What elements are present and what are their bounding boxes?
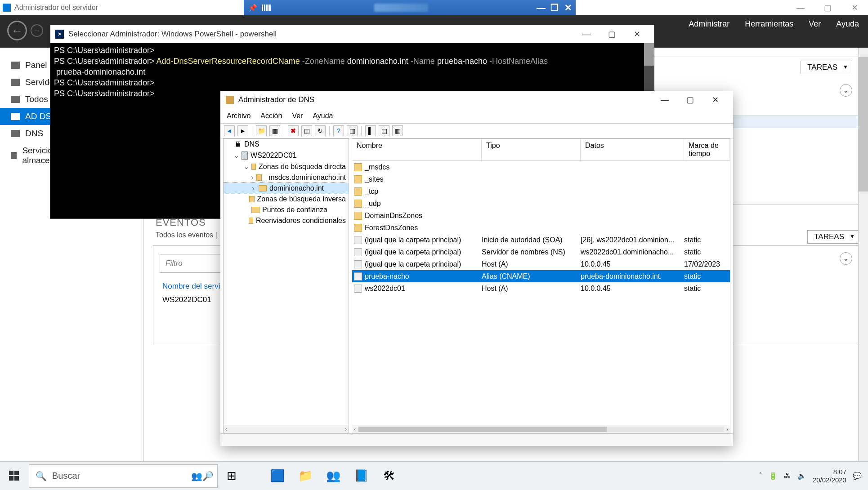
task-view-button[interactable]: ⊞ — [218, 462, 246, 490]
tree-hscrollbar[interactable]: ‹› — [224, 425, 349, 433]
folder-icon — [256, 174, 262, 181]
dns-maximize-button[interactable]: ▢ — [677, 91, 702, 109]
storage-icon — [11, 152, 17, 159]
tray-volume-icon[interactable]: 🔈 — [797, 472, 806, 480]
dns-minimize-button[interactable]: — — [652, 91, 677, 109]
dns-menu-ver[interactable]: Ver — [292, 112, 303, 120]
ps-scrollbar-thumb[interactable] — [644, 43, 654, 66]
toolbar-refresh-icon[interactable]: ↻ — [315, 125, 326, 136]
col-marca[interactable]: Marca de tiempo — [684, 139, 730, 160]
events-tasks-dropdown[interactable]: TAREAS ▼ — [807, 230, 859, 244]
menu-administrar[interactable]: Administrar — [689, 19, 729, 29]
dns-record-list: Nombre Tipo Datos Marca de tiempo _msdcs… — [352, 138, 730, 433]
list-row[interactable]: _udp — [352, 197, 730, 209]
taskbar-app-tools[interactable]: 🛠 — [375, 462, 403, 490]
toolbar-list3-icon[interactable]: ▦ — [392, 125, 403, 136]
tray-network-icon[interactable]: 🖧 — [784, 472, 791, 480]
nav-forward-button[interactable]: → — [31, 24, 43, 37]
tray-battery-icon[interactable]: 🔋 — [769, 472, 778, 480]
toolbar-delete-icon[interactable]: ✖ — [288, 125, 299, 136]
folder-icon — [354, 224, 362, 232]
tree-zone-msdcs[interactable]: › _msdcs.dominionacho.int — [224, 172, 349, 183]
content-scrollbar[interactable] — [858, 48, 868, 461]
dns-titlebar[interactable]: Administrador de DNS — ▢ ✕ — [220, 91, 733, 109]
col-nombre[interactable]: Nombre — [352, 139, 482, 160]
dns-tree[interactable]: 🖥 DNS ⌄ WS2022DC01 ⌄ Zonas de búsqueda d… — [223, 138, 349, 433]
dns-app-icon — [226, 96, 234, 104]
taskbar-search[interactable]: 🔍 Buscar 👥🔎 — [29, 464, 218, 488]
powershell-titlebar[interactable]: > Seleccionar Administrador: Windows Pow… — [50, 25, 654, 43]
events-collapse-button[interactable]: ⌄ — [840, 252, 852, 265]
tree-zone-dominionacho[interactable]: › dominionacho.int — [224, 183, 349, 194]
taskbar-app-teams[interactable]: 👥 — [319, 462, 347, 490]
list-row[interactable]: _tcp — [352, 185, 730, 197]
taskbar-app-edge[interactable]: 🟦 — [264, 462, 291, 490]
tree-root[interactable]: 🖥 DNS — [224, 139, 349, 150]
ps-minimize-button[interactable]: — — [574, 25, 599, 43]
list-row[interactable]: _sites — [352, 173, 730, 185]
list-row[interactable]: (igual que la carpeta principal)Servidor… — [352, 246, 730, 258]
tree-reverse-zones[interactable]: Zonas de búsqueda inversa — [224, 194, 349, 205]
collapse-button[interactable]: ⌄ — [840, 84, 852, 97]
toolbar-properties-icon[interactable]: ▤ — [301, 125, 312, 136]
dns-menu-accion[interactable]: Acción — [260, 112, 282, 120]
tray-clock[interactable]: 8:07 20/02/2023 — [813, 468, 846, 484]
tree-forward-zones[interactable]: ⌄ Zonas de búsqueda directa — [224, 161, 349, 172]
start-button[interactable] — [0, 462, 29, 490]
list-row[interactable]: DomainDnsZones — [352, 209, 730, 222]
list-row[interactable]: ws2022dc01Host (A)10.0.0.45static — [352, 282, 730, 294]
list-hscrollbar[interactable]: ‹› — [352, 425, 730, 433]
toolbar-show-hide-icon[interactable]: ▦ — [269, 125, 280, 136]
cell-nombre: ws2022dc01 — [365, 285, 482, 293]
tree-conditional-forwarders[interactable]: Reenviadores condicionales — [224, 215, 349, 226]
scrollbar-thumb[interactable] — [859, 57, 868, 192]
vm-close-button[interactable]: ✕ — [563, 3, 573, 13]
menu-ayuda[interactable]: Ayuda — [836, 19, 859, 29]
dns-close-button[interactable]: ✕ — [702, 91, 728, 109]
cell-nombre: (igual que la carpeta principal) — [365, 248, 482, 256]
col-datos[interactable]: Datos — [581, 139, 684, 160]
dns-menu-archivo[interactable]: Archivo — [227, 112, 251, 120]
ps-maximize-button[interactable]: ▢ — [599, 25, 624, 43]
pin-icon[interactable]: 📌 — [248, 4, 257, 12]
folder-icon — [249, 196, 254, 202]
list-row[interactable]: (igual que la carpeta principal)Host (A)… — [352, 258, 730, 270]
menu-ver[interactable]: Ver — [809, 19, 821, 29]
toolbar-up-icon[interactable]: 📁 — [256, 125, 267, 136]
vm-minimize-button[interactable]: — — [536, 3, 546, 13]
vm-restore-button[interactable]: ❐ — [550, 3, 559, 13]
tree-server[interactable]: ⌄ WS2022DC01 — [224, 150, 349, 161]
list-row[interactable]: prueba-nachoAlias (CNAME)prueba-dominion… — [352, 270, 730, 282]
list-row[interactable]: _msdcs — [352, 161, 730, 173]
toolbar-help-icon[interactable]: ? — [333, 125, 344, 136]
svg-rect-1 — [14, 471, 19, 475]
list-row[interactable]: ForestDnsZones — [352, 222, 730, 234]
server-manager-menus: Administrar Herramientas Ver Ayuda — [689, 0, 859, 48]
taskbar-app-explorer[interactable]: 📁 — [291, 462, 319, 490]
tree-trust-points[interactable]: Puntos de confianza — [224, 205, 349, 215]
nav-back-button[interactable]: ← — [7, 21, 27, 40]
powershell-title: Seleccionar Administrador: Windows Power… — [68, 30, 277, 39]
col-tipo[interactable]: Tipo — [482, 139, 581, 160]
dns-menu-ayuda[interactable]: Ayuda — [313, 112, 333, 120]
ps-close-button[interactable]: ✕ — [624, 25, 649, 43]
cell-datos: ws2022dc01.dominionacho... — [581, 248, 684, 256]
list-hscroll-thumb[interactable] — [358, 427, 607, 432]
menu-herramientas[interactable]: Herramientas — [745, 19, 793, 29]
record-icon — [354, 236, 362, 244]
folder-icon — [251, 164, 256, 170]
toolbar-list1-icon[interactable]: ▌ — [365, 125, 376, 136]
toolbar-newwin-icon[interactable]: ▥ — [347, 125, 358, 136]
toolbar-list2-icon[interactable]: ▤ — [379, 125, 389, 136]
taskbar: 🔍 Buscar 👥🔎 ⊞ 🟦 📁 👥 📘 🛠 ˄ 🔋 🖧 🔈 8:07 20/… — [0, 461, 868, 490]
toolbar-forward-icon[interactable]: ► — [237, 125, 248, 136]
tasks-dropdown[interactable]: TAREAS — [801, 61, 852, 74]
taskbar-app-word[interactable]: 📘 — [347, 462, 375, 490]
tray-notifications-icon[interactable]: 💬 — [853, 472, 862, 480]
toolbar-back-icon[interactable]: ◄ — [224, 125, 235, 136]
toolbar-separator — [329, 126, 330, 136]
server-manager-app-icon — [3, 4, 11, 12]
list-row[interactable]: (igual que la carpeta principal)Inicio d… — [352, 234, 730, 246]
tray-chevron-icon[interactable]: ˄ — [759, 472, 762, 480]
cell-datos: 10.0.0.45 — [581, 285, 684, 293]
